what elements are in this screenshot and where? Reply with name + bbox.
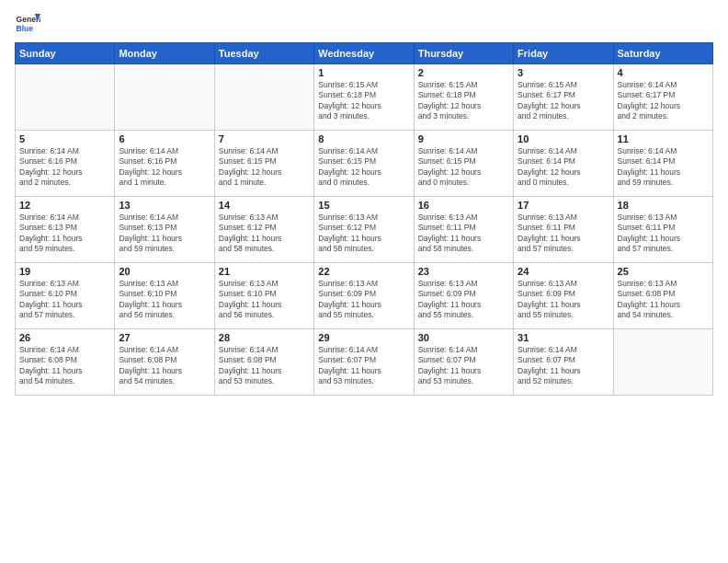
day-number: 8 — [318, 133, 409, 144]
day-info: Sunrise: 6:13 AM Sunset: 6:11 PM Dayligh… — [518, 213, 609, 255]
calendar-cell: 22Sunrise: 6:13 AM Sunset: 6:09 PM Dayli… — [314, 263, 414, 329]
day-number: 4 — [618, 67, 709, 78]
day-info: Sunrise: 6:14 AM Sunset: 6:14 PM Dayligh… — [618, 146, 709, 189]
calendar-cell: 1Sunrise: 6:15 AM Sunset: 6:18 PM Daylig… — [314, 64, 414, 131]
day-info: Sunrise: 6:15 AM Sunset: 6:18 PM Dayligh… — [318, 80, 409, 122]
calendar-cell: 20Sunrise: 6:13 AM Sunset: 6:10 PM Dayli… — [115, 263, 214, 329]
calendar-cell: 8Sunrise: 6:14 AM Sunset: 6:15 PM Daylig… — [314, 131, 414, 197]
day-number: 28 — [219, 332, 310, 343]
day-info: Sunrise: 6:14 AM Sunset: 6:16 PM Dayligh… — [19, 146, 110, 189]
day-number: 17 — [518, 200, 609, 211]
calendar-cell: 28Sunrise: 6:14 AM Sunset: 6:08 PM Dayli… — [214, 329, 313, 396]
col-header-monday: Monday — [115, 43, 214, 64]
day-number: 11 — [618, 133, 709, 144]
calendar-cell: 24Sunrise: 6:13 AM Sunset: 6:09 PM Dayli… — [514, 263, 613, 329]
calendar-cell: 31Sunrise: 6:14 AM Sunset: 6:07 PM Dayli… — [514, 329, 613, 396]
calendar-cell: 6Sunrise: 6:14 AM Sunset: 6:16 PM Daylig… — [115, 131, 214, 197]
day-number: 19 — [19, 266, 110, 277]
day-number: 13 — [119, 200, 210, 211]
day-info: Sunrise: 6:14 AM Sunset: 6:13 PM Dayligh… — [19, 213, 110, 255]
day-number: 18 — [618, 200, 709, 211]
day-info: Sunrise: 6:13 AM Sunset: 6:08 PM Dayligh… — [618, 279, 709, 321]
day-info: Sunrise: 6:15 AM Sunset: 6:18 PM Dayligh… — [418, 80, 509, 122]
day-info: Sunrise: 6:13 AM Sunset: 6:11 PM Dayligh… — [418, 213, 509, 255]
calendar-cell: 10Sunrise: 6:14 AM Sunset: 6:14 PM Dayli… — [514, 131, 613, 197]
calendar-cell: 21Sunrise: 6:13 AM Sunset: 6:10 PM Dayli… — [214, 263, 313, 329]
col-header-wednesday: Wednesday — [314, 43, 414, 64]
calendar-cell — [16, 64, 115, 131]
day-info: Sunrise: 6:14 AM Sunset: 6:07 PM Dayligh… — [518, 345, 609, 387]
calendar-cell: 25Sunrise: 6:13 AM Sunset: 6:08 PM Dayli… — [613, 263, 712, 329]
calendar-cell: 14Sunrise: 6:13 AM Sunset: 6:12 PM Dayli… — [214, 197, 313, 263]
day-info: Sunrise: 6:13 AM Sunset: 6:10 PM Dayligh… — [219, 279, 310, 321]
day-info: Sunrise: 6:14 AM Sunset: 6:07 PM Dayligh… — [418, 345, 509, 387]
day-number: 5 — [19, 133, 110, 144]
day-number: 27 — [119, 332, 210, 343]
day-info: Sunrise: 6:13 AM Sunset: 6:10 PM Dayligh… — [19, 279, 110, 321]
calendar-cell: 17Sunrise: 6:13 AM Sunset: 6:11 PM Dayli… — [514, 197, 613, 263]
day-number: 20 — [119, 266, 210, 277]
calendar-body: 1Sunrise: 6:15 AM Sunset: 6:18 PM Daylig… — [16, 64, 713, 396]
day-info: Sunrise: 6:13 AM Sunset: 6:10 PM Dayligh… — [119, 279, 210, 321]
day-info: Sunrise: 6:13 AM Sunset: 6:09 PM Dayligh… — [318, 279, 409, 321]
calendar-cell: 2Sunrise: 6:15 AM Sunset: 6:18 PM Daylig… — [414, 64, 513, 131]
day-number: 16 — [418, 200, 509, 211]
day-number: 12 — [19, 200, 110, 211]
calendar-cell: 27Sunrise: 6:14 AM Sunset: 6:08 PM Dayli… — [115, 329, 214, 396]
day-number: 29 — [318, 332, 409, 343]
col-header-friday: Friday — [514, 43, 613, 64]
calendar-cell: 19Sunrise: 6:13 AM Sunset: 6:10 PM Dayli… — [16, 263, 115, 329]
day-info: Sunrise: 6:13 AM Sunset: 6:12 PM Dayligh… — [219, 213, 310, 255]
day-info: Sunrise: 6:14 AM Sunset: 6:08 PM Dayligh… — [119, 345, 210, 387]
day-number: 23 — [418, 266, 509, 277]
day-number: 21 — [219, 266, 310, 277]
calendar-cell: 16Sunrise: 6:13 AM Sunset: 6:11 PM Dayli… — [414, 197, 513, 263]
calendar-cell: 4Sunrise: 6:14 AM Sunset: 6:17 PM Daylig… — [613, 64, 712, 131]
day-number: 24 — [518, 266, 609, 277]
day-info: Sunrise: 6:13 AM Sunset: 6:09 PM Dayligh… — [418, 279, 509, 321]
logo-icon: General Blue — [15, 11, 40, 37]
calendar-cell: 30Sunrise: 6:14 AM Sunset: 6:07 PM Dayli… — [414, 329, 513, 396]
day-info: Sunrise: 6:13 AM Sunset: 6:09 PM Dayligh… — [518, 279, 609, 321]
day-info: Sunrise: 6:14 AM Sunset: 6:16 PM Dayligh… — [119, 146, 210, 189]
calendar-row: 19Sunrise: 6:13 AM Sunset: 6:10 PM Dayli… — [16, 263, 713, 329]
calendar-cell — [115, 64, 214, 131]
day-number: 26 — [19, 332, 110, 343]
col-header-sunday: Sunday — [16, 43, 115, 64]
svg-text:Blue: Blue — [17, 24, 34, 33]
calendar-cell: 7Sunrise: 6:14 AM Sunset: 6:15 PM Daylig… — [214, 131, 313, 197]
day-number: 22 — [318, 266, 409, 277]
calendar-cell: 23Sunrise: 6:13 AM Sunset: 6:09 PM Dayli… — [414, 263, 513, 329]
calendar-row: 26Sunrise: 6:14 AM Sunset: 6:08 PM Dayli… — [16, 329, 713, 396]
day-number: 3 — [518, 67, 609, 78]
day-number: 10 — [518, 133, 609, 144]
calendar-cell: 18Sunrise: 6:13 AM Sunset: 6:11 PM Dayli… — [613, 197, 712, 263]
calendar-header: SundayMondayTuesdayWednesdayThursdayFrid… — [16, 43, 713, 64]
day-info: Sunrise: 6:13 AM Sunset: 6:12 PM Dayligh… — [318, 213, 409, 255]
day-info: Sunrise: 6:14 AM Sunset: 6:15 PM Dayligh… — [418, 146, 509, 189]
calendar-cell: 11Sunrise: 6:14 AM Sunset: 6:14 PM Dayli… — [613, 131, 712, 197]
calendar-cell — [613, 329, 712, 396]
day-number: 1 — [318, 67, 409, 78]
day-info: Sunrise: 6:14 AM Sunset: 6:08 PM Dayligh… — [19, 345, 110, 387]
day-info: Sunrise: 6:14 AM Sunset: 6:15 PM Dayligh… — [318, 146, 409, 189]
day-info: Sunrise: 6:14 AM Sunset: 6:07 PM Dayligh… — [318, 345, 409, 387]
day-number: 15 — [318, 200, 409, 211]
col-header-tuesday: Tuesday — [214, 43, 313, 64]
logo: General Blue — [15, 11, 44, 37]
day-info: Sunrise: 6:14 AM Sunset: 6:15 PM Dayligh… — [219, 146, 310, 189]
col-header-thursday: Thursday — [414, 43, 513, 64]
day-number: 6 — [119, 133, 210, 144]
day-info: Sunrise: 6:15 AM Sunset: 6:17 PM Dayligh… — [518, 80, 609, 122]
day-number: 14 — [219, 200, 310, 211]
day-number: 9 — [418, 133, 509, 144]
day-number: 7 — [219, 133, 310, 144]
day-info: Sunrise: 6:14 AM Sunset: 6:08 PM Dayligh… — [219, 345, 310, 387]
day-info: Sunrise: 6:14 AM Sunset: 6:14 PM Dayligh… — [518, 146, 609, 189]
calendar-row: 1Sunrise: 6:15 AM Sunset: 6:18 PM Daylig… — [16, 64, 713, 131]
day-info: Sunrise: 6:13 AM Sunset: 6:11 PM Dayligh… — [618, 213, 709, 255]
calendar-cell — [214, 64, 313, 131]
calendar-cell: 26Sunrise: 6:14 AM Sunset: 6:08 PM Dayli… — [16, 329, 115, 396]
day-info: Sunrise: 6:14 AM Sunset: 6:17 PM Dayligh… — [618, 80, 709, 122]
day-number: 31 — [518, 332, 609, 343]
